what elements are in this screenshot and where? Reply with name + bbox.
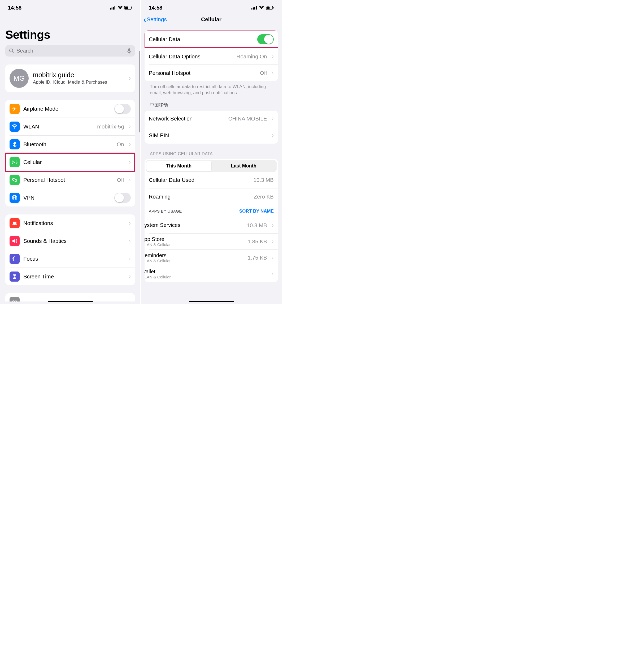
row-label: Cellular Data Used (149, 177, 250, 183)
row-label: Roaming (149, 194, 250, 200)
back-button[interactable]: ‹ Settings (144, 16, 167, 23)
settings-vpn[interactable]: VPN (9, 189, 135, 206)
cellular-cellular-data-options[interactable]: Cellular Data OptionsRoaming On› (149, 48, 278, 65)
home-indicator[interactable] (189, 301, 234, 302)
usage-cellular-data-used[interactable]: Cellular Data Used10.3 MB (149, 172, 278, 189)
app-row-system-services[interactable]: System Services10.3 MB› (149, 217, 278, 233)
svg-rect-20 (251, 8, 253, 9)
chevron-left-icon: ‹ (144, 17, 146, 22)
nav-header: ‹ Settings Cellular (141, 13, 281, 25)
settings-focus[interactable]: Focus› (9, 250, 135, 268)
settings-scroll[interactable]: Settings MG mobitrix guide Apple ID, iCl… (0, 13, 140, 302)
row-label: Bluetooth (23, 141, 113, 147)
row-label: Personal Hotspot (23, 177, 113, 183)
app-row-wallet[interactable]: WalletWLAN & Cellular› (149, 266, 278, 282)
hourglass-icon (9, 272, 20, 282)
settings-airplane-mode[interactable]: Airplane Mode (9, 100, 135, 118)
gear-icon (9, 297, 20, 302)
chevron-right-icon: › (129, 159, 131, 166)
svg-rect-23 (256, 6, 257, 9)
row-label: SIM PIN (149, 132, 267, 139)
moon-icon (9, 254, 20, 264)
carrier-sim-pin[interactable]: SIM PIN› (149, 127, 278, 144)
app-value: 10.3 MB (247, 222, 267, 228)
svg-point-19 (14, 301, 16, 302)
home-indicator[interactable] (48, 301, 93, 302)
status-bar: 14:58 (0, 0, 140, 13)
row-label: Screen Time (23, 273, 124, 280)
search-icon (9, 48, 14, 54)
row-label: Airplane Mode (23, 106, 111, 112)
toggle[interactable] (257, 34, 274, 44)
settings-bluetooth[interactable]: BluetoothOn› (9, 136, 135, 153)
settings-cellular[interactable]: Cellular› (9, 153, 135, 171)
speaker-icon (9, 236, 20, 246)
svg-rect-26 (273, 7, 274, 8)
apple-id-row[interactable]: MG mobitrix guide Apple ID, iCloud, Medi… (5, 64, 135, 92)
row-label: Personal Hotspot (149, 70, 256, 76)
status-icons (110, 5, 132, 11)
chevron-right-icon: › (129, 141, 131, 148)
bluetooth-icon (9, 139, 20, 149)
next-group-hint (5, 293, 135, 302)
svg-rect-2 (113, 7, 114, 9)
svg-line-8 (12, 52, 14, 53)
globe-icon (9, 193, 20, 203)
page-title: Settings (5, 13, 135, 45)
apple-id-card[interactable]: MG mobitrix guide Apple ID, iCloud, Medi… (5, 64, 135, 92)
app-row-reminders[interactable]: RemindersWLAN & Cellular1.75 KB› (149, 250, 278, 266)
cellular-personal-hotspot[interactable]: Personal HotspotOff› (149, 65, 278, 81)
chevron-right-icon: › (272, 271, 274, 277)
cellular-scroll[interactable]: Cellular DataCellular Data OptionsRoamin… (141, 25, 281, 300)
row-value: Roaming On (237, 53, 267, 60)
row-value: mobitrix-5g (97, 123, 124, 130)
row-value: Off (260, 70, 267, 76)
cellular-cellular-data[interactable]: Cellular Data (149, 30, 278, 48)
battery-icon (124, 5, 132, 11)
row-label: Cellular Data Options (149, 53, 233, 60)
svg-rect-15 (13, 222, 17, 224)
svg-rect-9 (128, 48, 130, 52)
signal-icon (251, 5, 257, 11)
chevron-right-icon: › (129, 220, 131, 227)
usage-group: This MonthLast Month Cellular Data Used1… (145, 159, 278, 282)
settings-wlan[interactable]: WLANmobitrix-5g› (9, 118, 135, 136)
search-bar[interactable] (5, 45, 135, 57)
search-input[interactable] (17, 48, 125, 54)
row-label: Sounds & Haptics (23, 238, 124, 244)
carrier-network-selection[interactable]: Network SelectionCHINA MOBILE› (149, 111, 278, 127)
chevron-right-icon: › (272, 53, 274, 60)
chevron-right-icon: › (129, 237, 131, 245)
chevron-right-icon: › (129, 123, 131, 130)
settings-personal-hotspot[interactable]: Personal HotspotOff› (9, 171, 135, 189)
chevron-right-icon: › (272, 254, 274, 261)
settings-notifications[interactable]: Notifications› (9, 215, 135, 232)
status-time: 14:58 (8, 5, 22, 11)
chevron-right-icon: › (129, 176, 131, 184)
sort-by-name-link[interactable]: SORT BY NAME (239, 208, 274, 214)
toggle[interactable] (114, 193, 131, 203)
app-subtitle: WLAN & Cellular (145, 242, 244, 247)
row-label: Cellular Data (149, 36, 254, 43)
svg-rect-17 (12, 224, 17, 225)
signal-icon (110, 5, 116, 11)
wifi-icon (259, 5, 264, 11)
settings-sounds-haptics[interactable]: Sounds & Haptics› (9, 232, 135, 250)
app-subtitle: WLAN & Cellular (145, 258, 244, 263)
toggle[interactable] (114, 104, 131, 114)
month-segment[interactable]: This MonthLast Month (146, 160, 277, 172)
apple-id-subtitle: Apple ID, iCloud, Media & Purchases (33, 79, 124, 85)
segment-this-month[interactable]: This Month (146, 161, 211, 171)
cellular-main-group: Cellular DataCellular Data OptionsRoamin… (145, 30, 278, 81)
mic-icon[interactable] (127, 48, 131, 54)
scrollbar-indicator[interactable] (139, 51, 140, 133)
battery-icon (266, 5, 274, 11)
app-row-app-store[interactable]: App StoreWLAN & Cellular1.85 KB› (149, 233, 278, 250)
row-peek[interactable] (9, 293, 135, 302)
svg-point-7 (9, 49, 13, 52)
svg-point-11 (14, 162, 15, 163)
usage-roaming[interactable]: RoamingZero KB (149, 189, 278, 205)
segment-last-month[interactable]: Last Month (211, 161, 276, 171)
chevron-right-icon: › (129, 273, 131, 280)
settings-screen-time[interactable]: Screen Time› (9, 268, 135, 285)
